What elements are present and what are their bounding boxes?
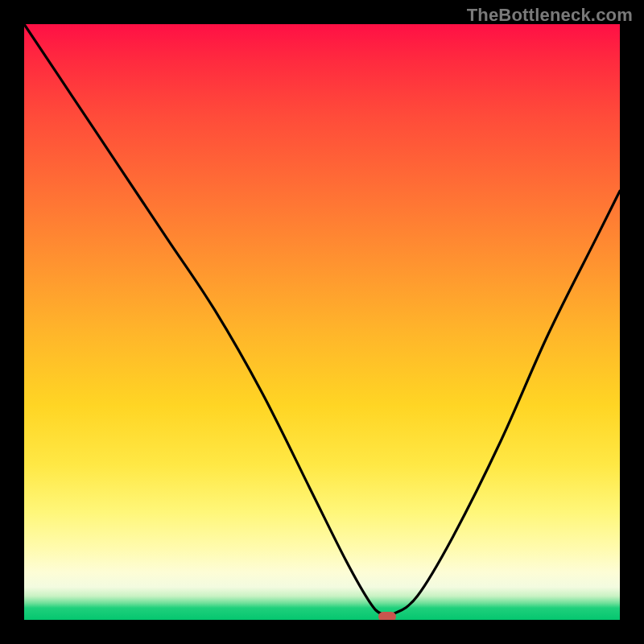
- optimum-marker: [378, 612, 396, 620]
- curve-path: [24, 24, 620, 616]
- watermark-text: TheBottleneck.com: [467, 5, 633, 26]
- plot-area: [24, 24, 620, 620]
- bottleneck-curve: [24, 24, 620, 620]
- chart-frame: TheBottleneck.com: [0, 0, 644, 644]
